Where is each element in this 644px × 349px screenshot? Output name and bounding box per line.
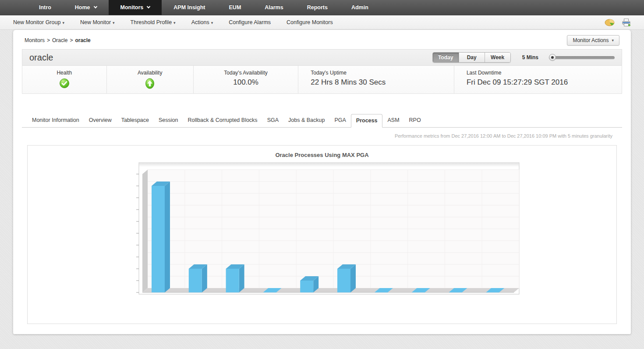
status-summary-row: Health Availability <box>22 66 622 94</box>
tab-rollback-corrupted-blocks[interactable]: Rollback & Corrupted Blocks <box>183 114 262 127</box>
chevron-down-icon <box>147 5 150 8</box>
nav-item-alarms[interactable]: Alarms <box>253 0 295 15</box>
last-downtime-card: Last Downtime Fri Dec 09 15:27:29 SGT 20… <box>454 66 622 93</box>
todays-availability-value: 100.0% <box>194 78 298 87</box>
nav-item-apm-insight[interactable]: APM Insight <box>162 0 217 15</box>
actions-menu[interactable]: Actions▾ <box>191 19 213 25</box>
breadcrumb-monitors[interactable]: Monitors <box>25 37 45 43</box>
nav-item-eum[interactable]: EUM <box>217 0 253 15</box>
caret-down-icon: ▾ <box>173 21 176 25</box>
nav-item-reports[interactable]: Reports <box>295 0 340 15</box>
granularity-label: 5 Mins <box>522 54 538 61</box>
page-title: oracle <box>29 53 53 63</box>
monitor-tabs: Monitor Information Overview Tablespace … <box>22 114 622 128</box>
breadcrumb-current: oracle <box>75 37 90 43</box>
breadcrumb: Monitors>Oracle>oracle <box>25 37 91 43</box>
configure-monitors-link[interactable]: Configure Monitors <box>287 19 333 25</box>
caret-down-icon: ▾ <box>211 21 213 25</box>
slider-handle[interactable] <box>549 54 556 61</box>
breadcrumb-row: Monitors>Oracle>oracle Monitor Actions▾ <box>13 30 631 49</box>
monitor-title-bar: oracle Today Day Week 5 Mins <box>22 49 622 66</box>
main-content-card: Monitors>Oracle>oracle Monitor Actions▾ … <box>13 30 631 334</box>
caret-down-icon: ▾ <box>113 21 115 25</box>
chart-title: Oracle Processes Using MAX PGA <box>28 152 616 158</box>
health-card: Health <box>22 66 106 93</box>
nav-item-home[interactable]: Home <box>63 0 109 15</box>
caret-down-icon: ▾ <box>612 38 614 43</box>
tab-tablespace[interactable]: Tablespace <box>117 114 154 127</box>
chart-panel: Oracle Processes Using MAX PGA <box>27 145 617 324</box>
tab-rpo[interactable]: RPO <box>404 114 426 127</box>
toolbar-right-icons <box>605 18 631 27</box>
slider-handle-dot <box>551 56 554 59</box>
performance-metrics-note: Performance metrics from Dec 27,2016 12:… <box>32 133 612 139</box>
todays-uptime-value: 22 Hrs 8 Mins 30 Secs <box>311 78 454 87</box>
new-monitor-group-menu[interactable]: New Monitor Group▾ <box>13 19 64 25</box>
range-button-week[interactable]: Week <box>485 53 510 62</box>
threshold-profile-menu[interactable]: Threshold Profile▾ <box>131 19 176 25</box>
breadcrumb-oracle-type[interactable]: Oracle <box>52 37 67 43</box>
availability-up-icon <box>145 83 155 90</box>
actions-toolbar: New Monitor Group▾ New Monitor▾ Threshol… <box>0 15 644 30</box>
caret-down-icon: ▾ <box>62 21 64 25</box>
nav-item-intro[interactable]: Intro <box>27 0 63 15</box>
last-downtime-value: Fri Dec 09 15:27:29 SGT 2016 <box>467 78 622 87</box>
process-pga-bar-chart <box>112 160 532 323</box>
new-monitor-menu[interactable]: New Monitor▾ <box>80 19 115 25</box>
granularity-slider[interactable] <box>549 54 615 61</box>
printer-icon[interactable] <box>622 18 631 27</box>
tab-session[interactable]: Session <box>154 114 183 127</box>
top-navigation: Intro Home Monitors APM Insight EUM Alar… <box>0 0 644 15</box>
slider-track[interactable] <box>549 56 615 59</box>
range-button-day[interactable]: Day <box>459 53 485 62</box>
tab-asm[interactable]: ASM <box>382 114 404 127</box>
monitor-actions-button[interactable]: Monitor Actions▾ <box>567 35 619 46</box>
tab-pga[interactable]: PGA <box>329 114 350 127</box>
todays-uptime-card: Today's Uptime 22 Hrs 8 Mins 30 Secs <box>298 66 454 93</box>
tab-jobs-backup[interactable]: Jobs & Backup <box>283 114 329 127</box>
configure-alarms-link[interactable]: Configure Alarms <box>229 19 271 25</box>
tab-monitor-information[interactable]: Monitor Information <box>27 114 84 127</box>
pie-chart-icon[interactable] <box>605 19 615 26</box>
nav-item-admin[interactable]: Admin <box>340 0 380 15</box>
availability-card: Availability <box>106 66 193 93</box>
chevron-down-icon <box>93 5 97 8</box>
nav-item-monitors[interactable]: Monitors <box>109 0 162 15</box>
time-range-segmented-control: Today Day Week <box>432 52 511 63</box>
range-button-today[interactable]: Today <box>433 53 459 62</box>
tab-overview[interactable]: Overview <box>84 114 117 127</box>
health-check-icon <box>59 82 70 90</box>
tab-sga[interactable]: SGA <box>262 114 283 127</box>
todays-availability-card: Today's Availability 100.0% <box>193 66 298 93</box>
tab-process[interactable]: Process <box>351 114 383 128</box>
